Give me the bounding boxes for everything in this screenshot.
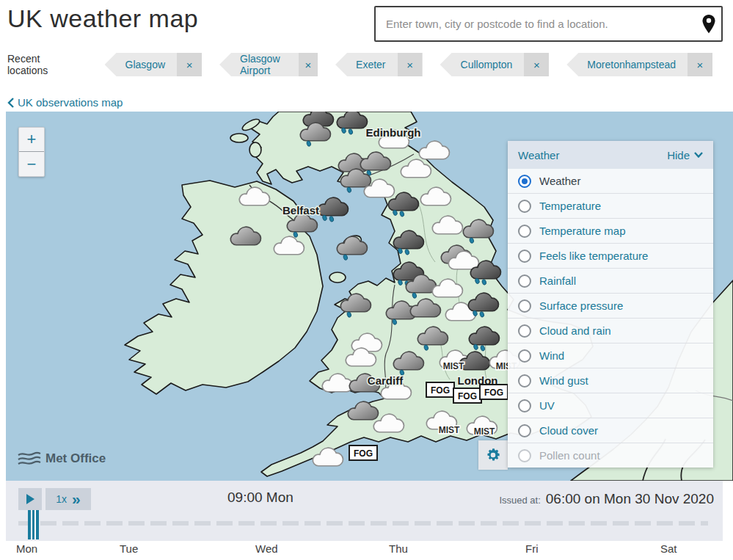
island [230,134,248,142]
radio-button[interactable] [518,374,531,388]
chip-label[interactable]: Moretonhampstead [566,59,688,70]
hide-label: Hide [667,149,690,161]
current-time-label: 09:00 Mon [227,490,293,506]
option-label: Cloud and rain [539,324,611,337]
option-label: Feels like temperature [539,250,648,262]
option-label: Surface pressure [539,299,623,312]
weather-map[interactable]: EdinburghBelfastCardiffLondon FOGFOGFOGF… [6,112,733,481]
option-label: Pollen count [539,449,600,462]
playback-speed-button[interactable]: 1x » [45,488,91,510]
radio-button[interactable] [518,424,531,437]
svg-text:FOG: FOG [484,388,503,398]
layer-option-feels-like-temperature[interactable]: Feels like temperature [508,243,713,268]
fog-label: FOG [426,382,454,397]
chevron-down-icon [694,152,703,158]
timeline-track[interactable] [18,521,708,526]
radio-button[interactable] [518,399,531,412]
location-pin-icon[interactable] [696,14,721,34]
layer-option-cloud-cover[interactable]: Cloud cover [508,418,713,443]
fog-label: FOG [349,446,377,460]
layer-panel-title: Weather [518,149,559,161]
radio-button[interactable] [518,200,531,213]
option-label: Temperature map [539,225,626,237]
layer-option-cloud-and-rain[interactable]: Cloud and rain [508,318,713,343]
recent-location-chip[interactable]: Moretonhampstead× [566,53,712,76]
recent-locations-row: Recent locations Glasgow×Glasgow Airport… [7,53,730,76]
layer-option-temperature-map[interactable]: Temperature map [508,218,713,243]
radio-button[interactable] [518,225,531,238]
layer-option-uv[interactable]: UV [508,393,713,418]
radio-button[interactable] [518,349,531,363]
recent-location-chip[interactable]: Glasgow Airport× [219,53,318,76]
option-label: Cloud cover [539,424,598,437]
recent-location-chip[interactable]: Cullompton× [440,53,550,76]
fog-label: FOG [453,388,481,403]
option-label: UV [539,399,555,412]
layer-panel: Weather Hide WeatherTemperatureTemperatu… [508,141,713,468]
play-icon [26,494,34,504]
location-search[interactable] [374,6,723,42]
radio-button[interactable] [518,324,531,338]
radio-button[interactable] [518,274,531,288]
chip-remove-button[interactable]: × [299,53,318,76]
layer-option-wind[interactable]: Wind [508,343,713,368]
chip-remove-button[interactable]: × [688,53,712,76]
radio-button[interactable] [518,299,531,313]
layer-option-wind-gust[interactable]: Wind gust [508,368,713,393]
option-label: Rainfall [539,274,576,287]
hide-panel-button[interactable]: Hide [667,149,703,161]
svg-text:FOG: FOG [458,391,477,401]
issued-at: Issued at: 06:00 on Mon 30 Nov 2020 [499,491,714,507]
chip-label[interactable]: Glasgow [105,59,177,70]
layer-option-temperature[interactable]: Temperature [508,193,713,218]
chip-label[interactable]: Exeter [335,59,397,70]
mist-label: MIST [439,425,460,435]
back-link-label: UK observations map [18,96,123,109]
chip-remove-button[interactable]: × [398,53,423,76]
radio-button[interactable] [518,250,531,263]
city-label: Edinburgh [366,126,421,139]
day-label-tue: Tue [120,542,138,555]
page-title: UK weather map [7,4,198,33]
layer-option-surface-pressure[interactable]: Surface pressure [508,293,713,318]
recent-location-chip[interactable]: Glasgow× [105,53,202,76]
city-label: Belfast [282,204,319,217]
issued-prefix: Issued at: [499,495,540,506]
chip-label[interactable]: Glasgow Airport [219,53,299,76]
map-settings-button[interactable] [478,440,508,470]
speed-label: 1x [56,493,67,505]
chip-remove-button[interactable]: × [524,53,549,76]
mist-label: MIST [474,426,495,437]
back-link-uk-observations[interactable]: UK observations map [7,96,123,109]
layer-option-weather[interactable]: Weather [508,169,713,193]
zoom-out-button[interactable]: − [19,152,44,176]
map-zoom-control: + − [18,127,45,177]
met-office-waves-icon [18,451,41,467]
recent-location-chip[interactable]: Exeter× [335,53,422,76]
layer-option-rainfall[interactable]: Rainfall [508,268,713,293]
timeline-day-labels: MonTueWedThuFriSat [6,541,723,560]
fog-label: FOG [480,385,508,399]
day-label-mon: Mon [16,542,37,555]
search-input[interactable] [376,18,696,30]
city-label: Cardiff [368,374,404,387]
day-label-sat: Sat [660,542,677,555]
option-label: Wind gust [539,374,588,387]
issued-value: 06:00 on Mon 30 Nov 2020 [546,491,714,507]
chip-label[interactable]: Cullompton [440,59,525,70]
svg-text:FOG: FOG [354,448,373,459]
chip-remove-button[interactable]: × [177,53,202,76]
timeline-slider-handle[interactable] [28,510,39,539]
svg-text:FOG: FOG [431,385,450,396]
anglesey [329,272,346,283]
radio-button[interactable] [518,175,531,188]
play-button[interactable] [18,488,42,510]
recent-locations-label: Recent locations [7,53,80,76]
radio-button [518,449,531,462]
option-label: Wind [539,349,564,362]
met-office-logo-text: Met Office [45,451,106,466]
met-office-logo: Met Office [18,451,106,467]
option-label: Weather [539,175,580,187]
zoom-in-button[interactable]: + [19,128,44,152]
back-chevron-icon [7,98,14,108]
